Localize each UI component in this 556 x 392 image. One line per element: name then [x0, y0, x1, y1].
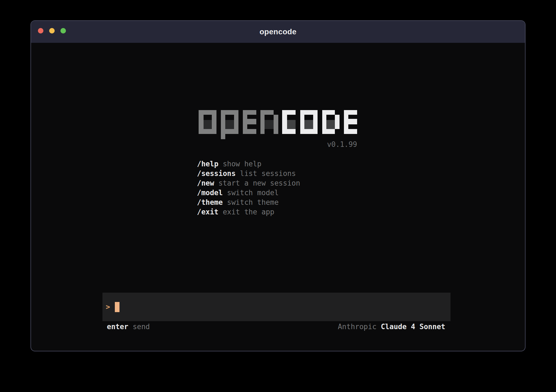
command-description: list sessions: [240, 169, 296, 178]
close-button[interactable]: [38, 28, 43, 33]
command-description: exit the app: [223, 208, 274, 216]
command-description: switch model: [227, 189, 279, 197]
command-name: /sessions: [197, 169, 236, 178]
text-cursor: [115, 302, 119, 312]
model-indicator: Anthropic Claude 4 Sonnet: [338, 323, 445, 331]
command-description: start a new session: [218, 179, 300, 187]
command-name: /new: [197, 179, 214, 187]
command-name: /exit: [197, 208, 218, 216]
minimize-button[interactable]: [49, 28, 55, 33]
prompt-chevron-icon: >: [106, 303, 110, 311]
command-list-item: /sessions list sessions: [197, 169, 300, 178]
prompt-input[interactable]: >: [102, 293, 451, 321]
model-name: Claude 4 Sonnet: [381, 323, 445, 331]
window-title: opencode: [260, 27, 297, 36]
command-name: /model: [197, 189, 223, 197]
app-window: opencode: [31, 21, 525, 351]
traffic-lights: [38, 28, 66, 33]
command-name: /help: [197, 160, 218, 168]
status-bar: enter send Anthropic Claude 4 Sonnet: [102, 322, 451, 332]
keybind-action: send: [133, 323, 150, 331]
command-list-item: /theme switch theme: [197, 197, 300, 207]
zoom-button[interactable]: [60, 28, 66, 33]
opencode-logo: [199, 110, 357, 139]
keybind-key: enter: [107, 323, 128, 331]
command-list-item: /exit exit the app: [197, 207, 300, 217]
command-description: switch theme: [227, 198, 279, 206]
model-provider: Anthropic: [338, 323, 377, 331]
command-list-item: /help show help: [197, 159, 300, 169]
command-list-item: /new start a new session: [197, 178, 300, 188]
version-label: v0.1.99: [199, 141, 357, 148]
desktop-background: opencode: [0, 0, 556, 392]
command-description: show help: [223, 160, 262, 168]
command-name: /theme: [197, 198, 223, 206]
command-list-item: /model switch model: [197, 188, 300, 197]
window-titlebar[interactable]: opencode: [31, 21, 525, 43]
keybind-hint: enter send: [107, 323, 150, 331]
command-list: /help show help /sessions list sessions …: [197, 159, 300, 217]
